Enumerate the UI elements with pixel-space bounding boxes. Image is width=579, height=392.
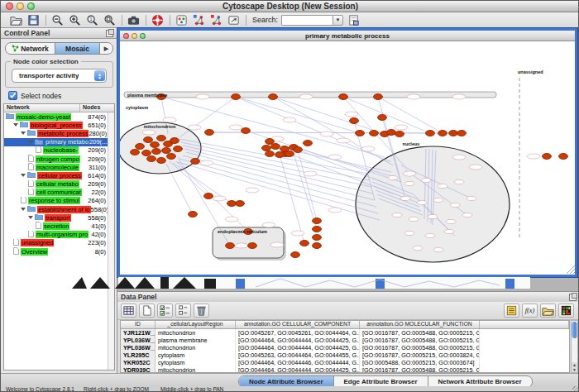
- save-session-icon[interactable]: [26, 13, 41, 27]
- index-icon[interactable]: [347, 13, 361, 27]
- network-node[interactable]: [291, 252, 300, 258]
- float-panel-icon[interactable]: [106, 30, 113, 37]
- network-node[interactable]: [457, 131, 467, 136]
- network-node[interactable]: [395, 131, 404, 137]
- table-row[interactable]: YJR121W__1mitochondrion[GO:0045267, GO:0…: [121, 329, 569, 337]
- tree-scrollbar[interactable]: [108, 112, 114, 370]
- network-node[interactable]: [157, 136, 166, 141]
- network-node[interactable]: [378, 115, 387, 121]
- tree-row[interactable]: nitrogen compo209(0): [4, 155, 114, 163]
- zoom-in-icon[interactable]: [68, 13, 82, 27]
- network-node[interactable]: [162, 148, 171, 154]
- float-panel-icon[interactable]: [569, 294, 577, 301]
- zoom-out-icon[interactable]: [50, 13, 65, 27]
- tree-row[interactable]: secretion41(0): [4, 222, 114, 230]
- table-row[interactable]: YLR295Ccytoplasm[GO:0045263, GO:0044464,…: [121, 351, 569, 359]
- disclosure-triangle-icon[interactable]: [21, 131, 26, 135]
- annotation-icon[interactable]: [227, 13, 241, 27]
- network-node[interactable]: [426, 131, 435, 136]
- network-node[interactable]: [543, 154, 552, 160]
- column-header[interactable]: annotation.GO MOLECULAR_FUNCTION: [360, 321, 480, 328]
- network-node[interactable]: [313, 227, 322, 232]
- disclosure-triangle-icon[interactable]: [21, 174, 26, 177]
- tree-row[interactable]: cellular metabo209(0): [4, 180, 114, 189]
- network-node[interactable]: [147, 156, 156, 162]
- network-node[interactable]: [374, 94, 383, 100]
- help-ring-icon[interactable]: [151, 13, 165, 27]
- network-node[interactable]: [285, 151, 294, 157]
- network-node[interactable]: [205, 130, 214, 136]
- network-node[interactable]: [157, 158, 166, 164]
- disclosure-triangle-icon[interactable]: [28, 216, 33, 219]
- copy-network-icon[interactable]: [209, 13, 223, 27]
- tree-column-nodes[interactable]: Nodes: [80, 104, 114, 112]
- network-node[interactable]: [191, 159, 200, 165]
- network-node[interactable]: [275, 152, 285, 158]
- network-node[interactable]: [313, 218, 322, 224]
- table-row[interactable]: YPL036W__2plasma membrane[GO:0044464, GO…: [121, 337, 569, 344]
- network-node[interactable]: [300, 241, 309, 246]
- snapshot-icon[interactable]: [127, 13, 141, 27]
- network-node[interactable]: [262, 146, 271, 151]
- network-node[interactable]: [339, 94, 348, 100]
- network-node[interactable]: [269, 94, 278, 100]
- attribute-editor-icon[interactable]: [175, 304, 191, 318]
- network-node[interactable]: [189, 212, 198, 218]
- function-builder-icon[interactable]: f(x): [522, 304, 538, 318]
- vizmapper-icon[interactable]: [175, 13, 189, 27]
- combobox-stepper-icon[interactable]: ▲▼: [94, 70, 105, 81]
- network-node[interactable]: [226, 243, 235, 249]
- network-node[interactable]: [313, 243, 322, 249]
- network-node[interactable]: [438, 131, 447, 136]
- tree-row[interactable]: macromolecule311(0): [4, 163, 114, 171]
- show-table-icon[interactable]: [121, 304, 136, 318]
- network-node[interactable]: [136, 144, 145, 150]
- network-node[interactable]: [170, 138, 179, 144]
- column-header[interactable]: annotation.GO CELLULAR_COMPONENT: [236, 321, 360, 328]
- network-node[interactable]: [313, 235, 322, 241]
- tree-row[interactable]: mosaic-demo-yeast874(0): [4, 112, 114, 121]
- tree-row[interactable]: cellular process614(0): [4, 171, 114, 179]
- search-input[interactable]: [281, 15, 333, 26]
- table-row[interactable]: YDR039C__1mitochondrion[GO:0044464, GO:0…: [121, 366, 569, 373]
- network-node[interactable]: [370, 131, 379, 136]
- tree-row[interactable]: transport558(0): [4, 213, 114, 222]
- network-node[interactable]: [304, 141, 313, 146]
- delete-attribute-icon[interactable]: [194, 304, 209, 318]
- tree-row[interactable]: multi-organism pro42(0): [4, 231, 114, 239]
- network-node[interactable]: [151, 142, 160, 148]
- network-node[interactable]: [294, 147, 303, 153]
- tree-row[interactable]: metabolic process280(0): [4, 129, 114, 137]
- zoom-selected-icon[interactable]: [103, 13, 117, 27]
- network-node[interactable]: [559, 154, 568, 160]
- network-node[interactable]: [227, 201, 237, 207]
- tree-row[interactable]: primary metabo209(...: [4, 138, 114, 146]
- disclosure-triangle-icon[interactable]: [28, 141, 33, 144]
- disclosure-triangle-icon[interactable]: [13, 123, 18, 127]
- tab-mosaic[interactable]: Mosaic: [55, 43, 100, 54]
- network-node[interactable]: [266, 139, 275, 145]
- network-node[interactable]: [356, 131, 365, 136]
- zoom-fit-icon[interactable]: 1: [85, 13, 99, 27]
- network-node[interactable]: [152, 149, 161, 155]
- column-header[interactable]: _cellularLayoutRegion: [156, 321, 236, 328]
- network-node[interactable]: [266, 151, 275, 157]
- network-node[interactable]: [236, 201, 245, 207]
- column-header[interactable]: ID: [121, 321, 156, 328]
- tree-row[interactable]: biological_process651(0): [4, 121, 114, 129]
- heatmap-icon[interactable]: [558, 304, 574, 318]
- tree-column-network[interactable]: Network: [4, 104, 80, 112]
- tree-row[interactable]: response to stimul264(0): [4, 197, 114, 205]
- network-node[interactable]: [232, 94, 241, 100]
- canvas-resize-grip[interactable]: [567, 265, 575, 274]
- network-node[interactable]: [167, 154, 176, 160]
- first-neighbors-icon[interactable]: [192, 13, 206, 27]
- scrollbar-arrows[interactable]: ▲▼: [572, 362, 577, 372]
- network-node[interactable]: [204, 194, 213, 199]
- network-canvas[interactable]: plasma membranecytoplasmmitochondrionnuc…: [120, 41, 575, 275]
- network-node[interactable]: [242, 128, 251, 134]
- network-node[interactable]: [449, 131, 458, 136]
- scrollbar-thumb[interactable]: [572, 322, 577, 338]
- table-row[interactable]: YPL036W__1mitochondrion[GO:0044464, GO:0…: [121, 344, 569, 351]
- tree-row[interactable]: unassigned223(0): [4, 239, 114, 247]
